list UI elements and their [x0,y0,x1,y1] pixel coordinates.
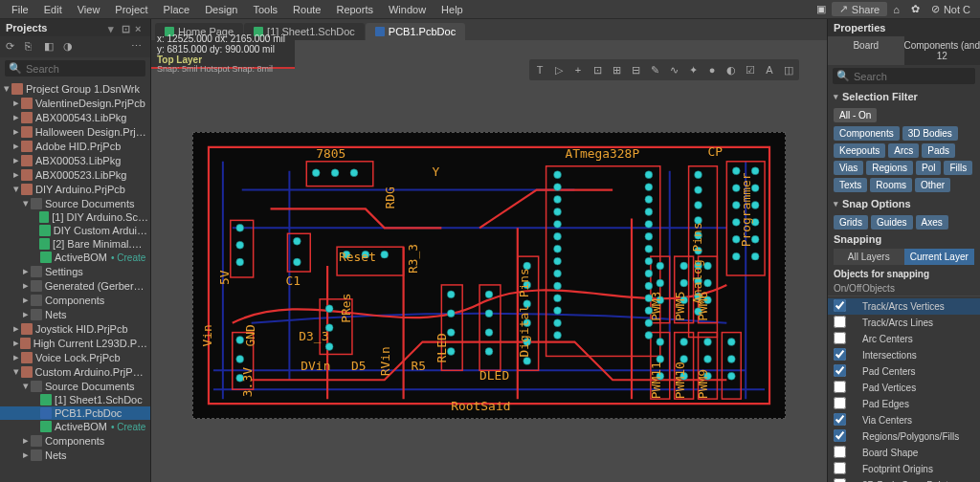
filter-pill[interactable]: Arcs [888,143,919,158]
properties-search[interactable]: 🔍 [833,68,975,84]
snap-object-row[interactable]: Footprint Origins [828,461,980,477]
pcb-tool-7[interactable]: ∿ [665,61,682,78]
tree-item[interactable]: ▸Nets [0,448,150,462]
snap-checkbox[interactable] [834,462,846,474]
pcb-tool-2[interactable]: + [569,61,587,78]
buy-icon[interactable]: ▣ [811,1,832,17]
pcb-tool-1[interactable]: ▷ [550,61,568,78]
snap-object-row[interactable]: Pad Vertices [828,380,980,396]
tree-item[interactable]: [2] Bare Minimal.SchD [0,237,150,251]
pcb-tool-9[interactable]: ● [703,61,721,78]
gear-icon[interactable]: ✿ [905,1,925,17]
share-button[interactable]: ↗ Share [832,2,887,16]
more-icon[interactable]: ⋯ [131,40,145,54]
snap-checkbox[interactable] [834,413,846,426]
filter-pill[interactable]: Pol [916,161,941,175]
snap-object-row[interactable]: Intersections [828,347,980,363]
snap-object-row[interactable]: Pad Edges [828,396,980,412]
filter-pill[interactable]: Vias [834,161,863,175]
snap-checkbox[interactable] [834,397,846,409]
tree-item[interactable]: ▸Voice Lock.PrjPcb [0,350,150,364]
tree-item[interactable]: ▾DIY Arduino.PrjPcb [0,182,150,196]
tree-item[interactable]: ▸Settings [0,264,150,278]
filter-icon[interactable]: ◧ [44,40,57,54]
section-snap-options[interactable]: Snap Options [828,194,980,213]
snap-object-row[interactable]: Regions/Polygons/Fills [828,428,980,445]
snap-pill[interactable]: Grids [834,215,868,230]
snap-checkbox[interactable] [834,364,846,377]
menu-design[interactable]: Design [197,2,245,17]
menu-window[interactable]: Window [381,2,434,17]
pcb-tool-0[interactable]: T [531,61,548,78]
menu-view[interactable]: View [70,2,108,17]
link-icon[interactable]: ⎘ [25,40,38,54]
pcb-tool-8[interactable]: ✦ [684,61,702,78]
tree-item[interactable]: ActiveBOM• Create [0,420,150,433]
filter-all-on[interactable]: All - On [834,108,877,122]
snap-checkbox[interactable] [834,316,846,328]
panel-close-icon[interactable]: × [135,23,145,33]
tree-item[interactable]: DIY Custom Arduino.l [0,224,150,237]
menu-file[interactable]: File [4,2,36,17]
pcb-board[interactable]: 7805 ATmega328P CP Programmer Analog Pin… [192,132,786,419]
pcb-tool-10[interactable]: ◐ [723,61,740,78]
filter-pill[interactable]: 3D Bodies [902,126,958,141]
snap-checkbox[interactable] [834,478,846,482]
projects-tree[interactable]: ▾Project Group 1.DsnWrk▸ValentineDesign.… [0,79,150,482]
snap-checkbox[interactable] [834,429,846,442]
current-layer-button[interactable]: Current Layer [904,249,975,265]
menu-place[interactable]: Place [156,2,198,17]
tree-item[interactable]: [1] Sheet1.SchDoc [0,393,150,406]
snap-checkbox[interactable] [834,332,846,344]
snap-object-row[interactable]: Track/Arcs Lines [828,315,980,331]
tree-item[interactable]: ▸ABX00053.LibPkg [0,153,150,167]
pcb-tool-11[interactable]: ☑ [742,61,759,78]
tree-item[interactable]: ▸ABX000543.LibPkg [0,110,150,124]
filter-pill[interactable]: Texts [834,178,867,192]
tree-item[interactable]: ▸ABX000523.LibPkg [0,167,150,182]
tab-components[interactable]: Components (and 12 [904,36,981,65]
filter-pill[interactable]: Rooms [870,178,912,192]
snap-checkbox[interactable] [834,381,846,393]
tree-item[interactable]: ▸Halloween Design.PrjPcl [0,124,150,139]
snap-object-row[interactable]: Board Shape [828,445,980,461]
tree-item[interactable]: ▾Project Group 1.DsnWrk [0,81,150,96]
filter-pill[interactable]: Other [915,178,950,192]
filter-pill[interactable]: Keepouts [834,143,885,158]
connect-status[interactable]: ⊘ Not C [925,1,976,17]
menu-edit[interactable]: Edit [36,2,70,17]
snap-object-row[interactable]: 3D Body Snap Points [828,477,980,482]
menu-reports[interactable]: Reports [328,2,381,17]
filter-pill[interactable]: Components [834,126,900,141]
tab-board[interactable]: Board [828,36,904,65]
pcb-tool-12[interactable]: A [761,61,778,78]
snap-object-row[interactable]: Arc Centers [828,331,980,347]
all-layers-button[interactable]: All Layers [834,249,904,265]
tree-item[interactable]: ▸Components [0,433,150,448]
panel-pin-icon[interactable]: ⊡ [122,23,131,33]
snap-checkbox[interactable] [834,446,846,458]
menu-route[interactable]: Route [285,2,328,17]
pcb-tool-5[interactable]: ⊟ [627,61,644,78]
tree-item[interactable]: ▾Custom Arduino.PrjPcb * [0,364,150,379]
snap-object-row[interactable]: Via Centers [828,412,980,428]
tree-item[interactable]: ▾Source Documents [0,379,150,393]
tree-item[interactable]: ▸Generated (GerberX2) [0,278,150,293]
snap-pill[interactable]: Axes [916,215,948,230]
tree-item[interactable]: ▸Components [0,293,150,307]
snap-checkbox[interactable] [834,348,846,361]
filter-pill[interactable]: Fills [944,161,972,175]
projects-search[interactable]: 🔍 [5,60,145,77]
tree-item[interactable]: ActiveBOM• Create [0,251,150,264]
panel-dropdown-icon[interactable]: ▾ [108,23,118,33]
tree-item[interactable]: ▸Adobe HID.PrjPcb [0,139,150,153]
snap-pill[interactable]: Guides [871,215,913,230]
menu-project[interactable]: Project [107,2,155,17]
filter-pill[interactable]: Pads [922,143,955,158]
create-link[interactable]: • Create [111,252,145,263]
pcb-tool-13[interactable]: ◫ [780,61,797,78]
tree-item[interactable]: [1] DIY Arduino.SchDoc [0,210,150,224]
pcb-tool-4[interactable]: ⊞ [608,61,625,78]
pcb-tool-3[interactable]: ⊡ [589,61,606,78]
menu-help[interactable]: Help [434,2,471,17]
